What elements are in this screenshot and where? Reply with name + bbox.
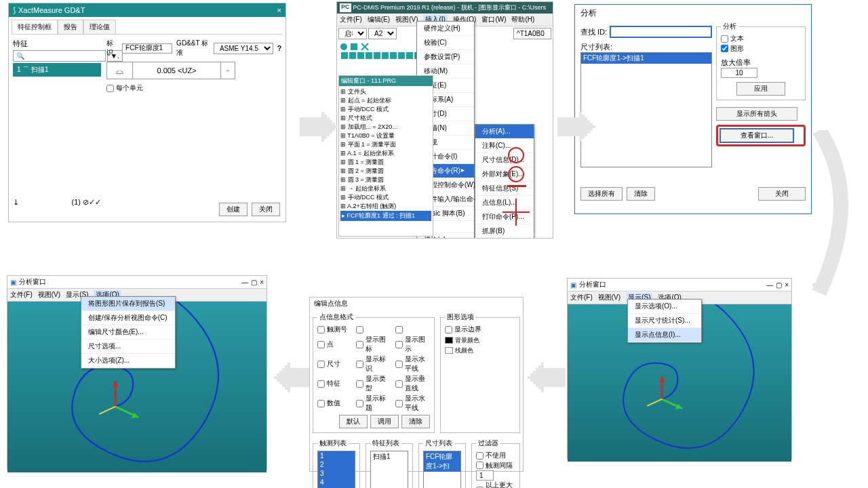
create-button[interactable]: 创建 <box>219 203 248 216</box>
fmt-checkbox[interactable]: 显示类型 <box>356 374 391 393</box>
graph-checkbox[interactable]: 图形 <box>721 44 744 54</box>
menu-view[interactable]: 视图(V) <box>38 290 60 300</box>
fmt-checkbox[interactable] <box>395 325 430 334</box>
menu-file[interactable]: 文件(F) <box>570 293 593 302</box>
tree-item[interactable]: ⊞ A.1 = 起始坐标系 <box>340 149 431 158</box>
fmt-checkbox[interactable]: 尺寸 <box>317 354 352 373</box>
feat-item[interactable]: 扫描1 <box>371 451 408 462</box>
hit-item[interactable]: 4 <box>318 478 355 487</box>
gdt-std-select[interactable]: ASME Y14.5 <box>214 43 273 54</box>
close-icon[interactable]: × <box>785 281 789 289</box>
align-combo[interactable]: A2 <box>368 28 397 39</box>
close-button[interactable]: 关闭 <box>252 203 280 216</box>
om-edit-colors[interactable]: 编辑尺寸颜色(E)... <box>81 325 175 340</box>
mi-param[interactable]: 参数设置(P) <box>417 50 474 64</box>
feat-list[interactable]: 扫描1 <box>370 451 408 488</box>
fmt-checkbox[interactable]: 显示标题 <box>356 394 391 413</box>
close-icon[interactable]: × <box>260 279 264 286</box>
find-id-input[interactable] <box>610 26 712 38</box>
show-arrows-button[interactable]: 显示所有箭头 <box>716 107 797 121</box>
edge-checkbox[interactable]: 显示边界 <box>445 325 481 334</box>
tree-item[interactable]: ⊞ 文件头 <box>340 87 431 96</box>
apply-button[interactable]: 应用 <box>736 82 785 96</box>
hit-list[interactable]: 12345678 <box>317 451 355 488</box>
dim-item[interactable]: FCF轮廓度1->扫描1 <box>581 53 711 64</box>
tree-item[interactable]: ⊞ 圆 1 = 测量圆 <box>340 158 431 167</box>
tree-item[interactable]: ⊞ 加载组... = 2X20… <box>340 123 431 131</box>
fmt-checkbox[interactable]: 特征 <box>317 374 352 393</box>
min-icon[interactable]: — <box>241 279 248 286</box>
help-icon[interactable]: ? <box>277 45 281 52</box>
edit-tree[interactable]: 编辑窗口 - 111.PRG ⊞ 文件头⊞ 起点 = 起始坐标⊞ 手动/DCC … <box>338 75 433 237</box>
fmt-checkbox[interactable]: 触测号 <box>317 325 352 334</box>
tab-fcf[interactable]: 特征控制框 <box>12 20 58 34</box>
launch-combo[interactable]: 启动 <box>338 28 367 39</box>
per-unit-checkbox[interactable]: 每个单元 <box>106 83 143 93</box>
tree-item[interactable]: ⊞ 起点 = 起始坐标 <box>340 96 431 105</box>
fmt-checkbox[interactable]: 显示标识 <box>356 354 391 373</box>
om-save-graphic[interactable]: 将图形图片保存到报告(S) <box>81 297 175 311</box>
bg-color-swatch[interactable] <box>445 337 453 344</box>
menu-edit[interactable]: 编辑(E) <box>368 15 390 24</box>
line-color-swatch[interactable] <box>445 347 453 354</box>
close-icon[interactable]: × <box>277 3 281 17</box>
dim-list[interactable]: FCF轮廓度1->扫描1 <box>580 52 712 167</box>
fmt-checkbox[interactable]: 显示水平线 <box>395 354 430 373</box>
menu-view[interactable]: 视图(V) <box>395 15 418 24</box>
tab-theo[interactable]: 理论值 <box>83 20 116 34</box>
min-icon[interactable]: — <box>766 281 773 289</box>
menu-window[interactable]: 窗口(W) <box>481 15 506 24</box>
fmt-checkbox[interactable]: 点 <box>317 335 352 354</box>
fmt-checkbox[interactable]: 登示图标 <box>356 335 391 354</box>
default-button[interactable]: 默认 <box>339 415 368 428</box>
max-icon[interactable]: ▢ <box>251 279 257 286</box>
tree-item[interactable]: ⊞ → 起始坐标系 <box>340 184 431 193</box>
mi-hardware[interactable]: 硬件定义(H) <box>417 22 474 36</box>
fmt-checkbox[interactable]: 显示垂直线 <box>395 374 430 393</box>
menu-file[interactable]: 文件(F) <box>10 290 33 300</box>
sm-analysis[interactable]: 分析(A)... <box>475 125 534 139</box>
tree-item[interactable]: ⊞ 圆 3 = 测量圆 <box>340 176 431 184</box>
profile-symbol[interactable]: ⌓ <box>107 62 133 79</box>
mag-input[interactable] <box>721 68 757 78</box>
tree-item[interactable]: ⊞ 手动/DCC 模式 <box>340 105 431 114</box>
menu-view[interactable]: 视图(V) <box>598 293 620 302</box>
maxdev-checkbox[interactable]: 以上更大偏差端差 <box>476 481 515 488</box>
nofilter-checkbox[interactable]: 不使用 <box>476 451 506 460</box>
tab-report[interactable]: 报告 <box>58 20 83 34</box>
mi-calibrate[interactable]: 校验(C) <box>417 36 474 50</box>
tree-item[interactable]: ⊞ 平面 1 = 测量平面 <box>340 140 431 149</box>
hit-item[interactable]: 1 <box>318 451 355 460</box>
tip-combo[interactable] <box>513 28 551 39</box>
max-icon[interactable]: ▢ <box>776 281 782 289</box>
tree-item[interactable]: ⊞ A.2+右转组 (触测) <box>340 202 431 211</box>
recall-button[interactable]: 调用 <box>370 415 399 428</box>
feature-icons[interactable] <box>338 41 420 66</box>
om-save-cmd[interactable]: 创建/保存分析视图命令(C) <box>81 311 175 325</box>
sm-show-opt[interactable]: 显示选项(O)... <box>628 300 701 314</box>
hitint-checkbox[interactable]: 触测间隔 <box>476 461 513 470</box>
tree-item-selected[interactable]: ▸ FCF轮廓度1 通过 : 扫描1 <box>340 211 431 221</box>
clear-button[interactable]: 清除 <box>401 415 430 428</box>
sort-icon[interactable]: ⤓ <box>13 198 19 207</box>
fmt-checkbox[interactable]: 显示水平线 <box>395 394 430 413</box>
close-button[interactable]: 关闭 <box>758 187 806 201</box>
feature-row-selected[interactable]: 1 ⌒ 扫描1 <box>13 63 101 77</box>
tree-item[interactable]: ⊞ 圆 2 = 测量圆 <box>340 167 431 176</box>
sm-snap[interactable]: 抓屏(B) <box>475 224 534 239</box>
om-size-opts[interactable]: 大小选项(Z)... <box>81 354 175 368</box>
fmt-checkbox[interactable]: 数值 <box>317 394 352 413</box>
menu-file[interactable]: 文件(F) <box>340 15 362 24</box>
dim-list[interactable]: FCF轮廓度1->扫 <box>423 451 461 488</box>
feature-search[interactable] <box>13 50 106 62</box>
hit-item[interactable]: 2 <box>318 460 355 469</box>
tree-item[interactable]: ⊞ 尺寸格式 <box>340 114 431 123</box>
fmt-checkbox[interactable] <box>356 325 391 334</box>
tree-item[interactable]: ⊞ 手动/DCC 模式 <box>340 193 431 202</box>
add-datum-button[interactable]: + <box>221 62 235 79</box>
sm-show-stats[interactable]: 显示尺寸统计(S)... <box>628 314 701 328</box>
sm-show-ptinfo[interactable]: 显示点信息(I)... <box>628 328 701 342</box>
tolerance-value[interactable]: 0.005 <UZ> <box>133 62 221 79</box>
fmt-checkbox[interactable]: 显示图示 <box>395 335 430 354</box>
tree-item[interactable]: ⊞ T1A0B0 = 设置量 <box>340 131 431 140</box>
